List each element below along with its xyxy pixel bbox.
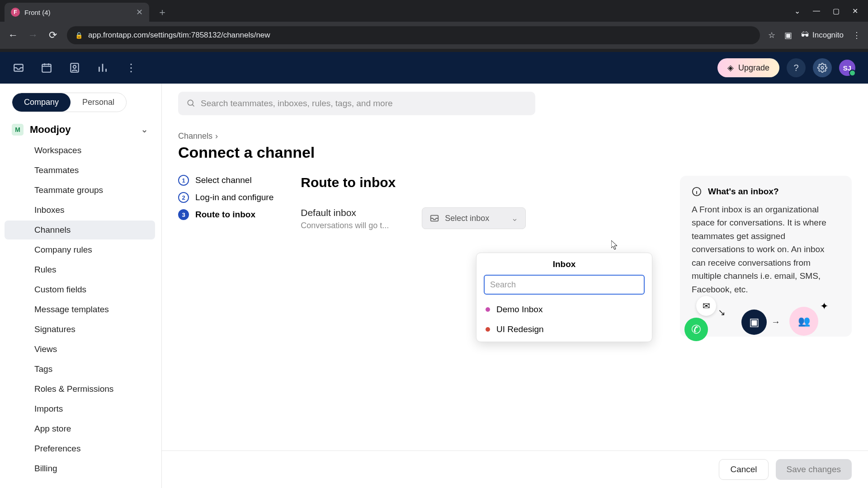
forward-button[interactable]: → [27,29,39,41]
color-dot [486,327,490,332]
cancel-button[interactable]: Cancel [719,459,768,480]
arrow-icon: → [771,317,780,327]
chevron-right-icon: › [215,131,218,141]
new-tab-button[interactable]: ＋ [157,5,167,19]
info-illustration: ✉ ✆ ↘ ▣ → 👥 ✦ [684,294,847,339]
sidebar-item-rules[interactable]: Rules [5,260,155,279]
sidebar-item-app-store[interactable]: App store [5,419,155,438]
chevron-down-icon: ⌄ [141,125,148,135]
tab-overview-icon[interactable]: ⌄ [794,7,800,15]
sidebar-item-message-templates[interactable]: Message templates [5,300,155,319]
incognito-badge: 🕶 Incognito [801,31,844,40]
dropdown-search-input[interactable] [484,275,645,295]
reload-button[interactable]: ⟳ [47,29,59,41]
calendar-icon[interactable] [41,62,53,74]
svg-rect-1 [42,64,51,72]
scope-personal[interactable]: Personal [71,93,126,112]
chevron-down-icon: ⌄ [511,213,518,223]
tab-title: Front (4) [24,9,132,16]
step-number: 2 [178,192,189,203]
sidebar-item-tags[interactable]: Tags [5,360,155,379]
incognito-icon: 🕶 [801,31,809,40]
settings-search-input[interactable] [178,92,535,115]
sidebar-item-imports[interactable]: Imports [5,399,155,418]
step-1[interactable]: 1Select channel [178,175,274,186]
org-badge: M [12,124,24,136]
save-button[interactable]: Save changes [776,459,852,480]
help-button[interactable]: ? [787,58,806,77]
sidebar-item-channels[interactable]: Channels [5,221,155,239]
sidebar-item-workspaces[interactable]: Workspaces [5,141,155,160]
search-icon [186,99,195,108]
browser-menu-icon[interactable]: ⋮ [853,30,861,40]
sidebar-item-roles-permissions[interactable]: Roles & Permissions [5,380,155,399]
inbox-node-icon: ▣ [741,310,767,335]
sidebar-item-views[interactable]: Views [5,340,155,359]
browser-tab[interactable]: F Front (4) ✕ [5,3,149,22]
settings-button[interactable] [813,58,832,77]
dropdown-title: Inbox [484,259,645,269]
select-inbox-button[interactable]: Select inbox ⌄ [422,207,526,229]
more-icon[interactable]: ⋮ [125,61,137,74]
step-3[interactable]: 3Route to inbox [178,209,274,220]
arrow-icon: ↘ [718,307,726,318]
breadcrumb: Channels › [178,131,852,141]
upgrade-button[interactable]: ◈ Upgrade [717,58,779,77]
contacts-icon[interactable] [69,62,81,74]
app-topbar: ⋮ ◈ Upgrade ? SJ [0,52,868,84]
front-favicon: F [11,8,20,17]
svg-point-3 [73,66,76,69]
address-bar: ← → ⟳ 🔒 app.frontapp.com/settings/tim:78… [0,22,868,49]
sidebar-item-company-rules[interactable]: Company rules [5,240,155,259]
org-name: Moodjoy [30,124,71,136]
step-label: Select channel [195,175,252,185]
extensions-icon[interactable]: ▣ [784,30,792,40]
people-icon: 👥 [789,307,818,336]
window-controls: ⌄ ― ▢ ✕ [794,7,868,15]
org-header[interactable]: M Moodjoy ⌄ [0,117,160,140]
close-window-icon[interactable]: ✕ [852,7,858,15]
color-dot [486,307,490,312]
tab-bar: F Front (4) ✕ ＋ ⌄ ― ▢ ✕ [0,0,868,22]
scope-company[interactable]: Company [12,93,71,112]
field-label: Default inbox [301,207,409,218]
scope-toggle: Company Personal [12,93,127,112]
info-body: A Front inbox is an organizational space… [692,203,840,296]
maximize-icon[interactable]: ▢ [833,7,840,15]
info-card: What's an inbox? A Front inbox is an org… [680,176,852,337]
svg-point-5 [188,100,193,105]
option-label: Demo Inbox [496,305,542,314]
back-button[interactable]: ← [7,29,19,41]
sidebar-item-signatures[interactable]: Signatures [5,320,155,339]
main-content: Channels › Connect a channel 1Select cha… [162,84,868,488]
user-avatar[interactable]: SJ [839,60,855,76]
sidebar-item-teammate-groups[interactable]: Teammate groups [5,181,155,200]
step-number: 3 [178,209,189,220]
dropdown-option[interactable]: UI Redesign [484,322,645,337]
sidebar-item-teammates[interactable]: Teammates [5,161,155,180]
sidebar-item-inboxes[interactable]: Inboxes [5,201,155,220]
inbox-dropdown: Inbox Demo InboxUI Redesign [476,253,652,342]
sidebar-item-billing[interactable]: Billing [5,459,155,478]
dropdown-option[interactable]: Demo Inbox [484,302,645,317]
bookmark-icon[interactable]: ☆ [768,30,775,40]
analytics-icon[interactable] [97,62,109,74]
step-label: Route to inbox [195,210,255,220]
url-field[interactable]: 🔒 app.frontapp.com/settings/tim:7858132/… [67,26,760,44]
mouse-cursor [611,240,618,250]
info-title: What's an inbox? [708,187,779,197]
sidebar-item-custom-fields[interactable]: Custom fields [5,280,155,299]
breadcrumb-parent[interactable]: Channels [178,131,212,141]
whatsapp-icon: ✆ [684,318,708,341]
sidebar-item-preferences[interactable]: Preferences [5,439,155,458]
info-icon [692,187,702,197]
browser-chrome: F Front (4) ✕ ＋ ⌄ ― ▢ ✕ ← → ⟳ 🔒 app.fron… [0,0,868,52]
steps-list: 1Select channel2Log-in and configure3Rou… [178,175,274,230]
inbox-icon[interactable] [13,62,25,74]
footer-actions: Cancel Save changes [162,450,868,488]
field-sublabel: Conversations will go t... [301,221,409,230]
close-tab-icon[interactable]: ✕ [136,7,143,17]
minimize-icon[interactable]: ― [813,7,820,15]
step-2[interactable]: 2Log-in and configure [178,192,274,203]
gem-icon: ◈ [727,63,734,73]
